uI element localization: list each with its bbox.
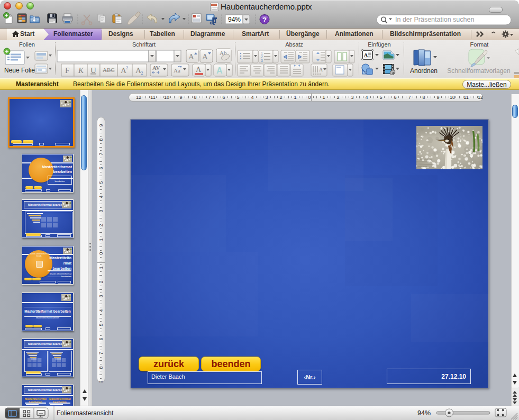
- svg-text:?: ?: [262, 16, 267, 24]
- svg-text:A: A: [319, 67, 323, 72]
- svg-text:94%: 94%: [228, 16, 241, 23]
- svg-text:A: A: [202, 52, 208, 61]
- svg-text:AV: AV: [152, 65, 160, 71]
- svg-text:Aa: Aa: [174, 67, 180, 74]
- svg-text:A: A: [216, 66, 223, 75]
- svg-text:94%: 94%: [417, 409, 431, 417]
- svg-text:U: U: [90, 66, 96, 75]
- svg-text:3: 3: [261, 59, 263, 62]
- svg-text:A: A: [196, 66, 202, 74]
- svg-text:A: A: [188, 52, 194, 61]
- svg-text:2: 2: [126, 65, 129, 70]
- svg-text:1: 1: [261, 51, 263, 55]
- svg-text:Folienmasteransicht: Folienmasteransicht: [57, 409, 114, 417]
- svg-text:ABC: ABC: [103, 67, 115, 73]
- svg-text:F: F: [65, 66, 69, 75]
- svg-text:2: 2: [261, 55, 263, 59]
- svg-text:K: K: [78, 66, 84, 75]
- svg-text:In der Präsentation suchen: In der Präsentation suchen: [395, 16, 474, 23]
- svg-text:A: A: [364, 52, 368, 58]
- svg-text:2: 2: [141, 70, 143, 76]
